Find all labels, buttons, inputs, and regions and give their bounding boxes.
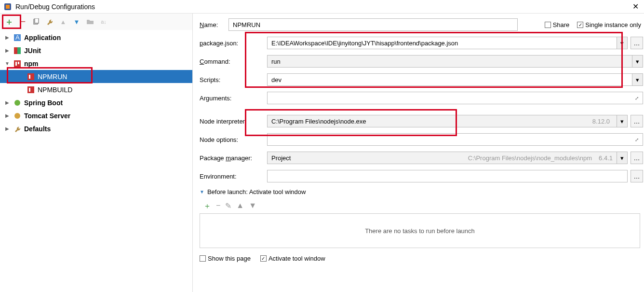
copy-icon[interactable]: [32, 17, 40, 26]
activate-tool-checkbox[interactable]: Activate tool window: [260, 255, 325, 262]
npm-icon: [27, 73, 35, 81]
down-icon[interactable]: ▼: [72, 17, 81, 26]
expand-icon[interactable]: ▶: [4, 100, 11, 105]
show-page-checkbox[interactable]: Show this page: [200, 255, 251, 262]
svg-point-16: [14, 113, 20, 119]
svg-rect-1: [6, 5, 10, 9]
svg-rect-9: [15, 62, 17, 66]
before-launch-list: There are no tasks to run before launch: [200, 213, 640, 248]
tomcat-icon: [13, 112, 21, 120]
before-launch-label: Before launch: Activate tool window: [207, 188, 306, 195]
dropdown-icon[interactable]: ▾: [632, 73, 643, 86]
before-launch-toolbar: ＋ − ✎ ▲ ▼: [200, 199, 643, 213]
arguments-input[interactable]: ⤢: [267, 92, 643, 104]
window-title: Run/Debug Configurations: [15, 3, 631, 11]
tree-application[interactable]: ▶ A Application: [0, 31, 192, 44]
pkg-manager-hint: C:\Program Files\nodejs\node_modules\npm: [468, 154, 595, 162]
node-interp-label: Node interpreter:: [200, 118, 267, 125]
command-label: Command:: [200, 58, 267, 65]
expand-field-icon[interactable]: ⤢: [635, 137, 639, 142]
svg-rect-3: [35, 18, 39, 23]
svg-rect-11: [27, 73, 34, 80]
pkg-manager-version: 6.4.1: [595, 154, 613, 162]
single-instance-checkbox[interactable]: Single instance only: [577, 21, 641, 28]
svg-point-15: [14, 100, 20, 106]
dropdown-icon[interactable]: ▾: [632, 55, 643, 68]
tree-tomcat[interactable]: ▶ Tomcat Server: [0, 109, 192, 122]
svg-rect-14: [29, 88, 30, 92]
name-input[interactable]: NPMRUN: [228, 18, 518, 31]
dropdown-icon[interactable]: ▾: [617, 152, 628, 164]
add-icon[interactable]: ＋: [5, 17, 13, 26]
dropdown-icon[interactable]: ▾: [617, 37, 628, 49]
remove-icon[interactable]: −: [18, 17, 27, 26]
expand-icon[interactable]: ▶: [4, 48, 11, 53]
bottom-checks: Show this page Activate tool window: [200, 255, 643, 262]
pkg-manager-row: Package manager: ProjectC:\Program Files…: [200, 152, 643, 164]
name-row: Name: NPMRUN SSharehare Single instance …: [200, 18, 643, 31]
tree-npmbuild[interactable]: NPMBUILD: [0, 83, 192, 96]
svg-rect-12: [29, 75, 30, 79]
node-interp-row: Node interpreter: C:\Program Files\nodej…: [200, 115, 643, 127]
edit-icon[interactable]: ✎: [225, 201, 231, 211]
wrench-icon[interactable]: [45, 17, 54, 26]
browse-button[interactable]: …: [631, 37, 643, 49]
scripts-input[interactable]: dev: [267, 73, 632, 86]
dropdown-icon[interactable]: ▾: [617, 115, 628, 127]
left-panel: ＋ − ▲ ▼ a↓ ▶ A Application ▶ JUnit ▼: [0, 14, 193, 292]
share-checkbox[interactable]: SSharehare: [545, 21, 570, 28]
sort-icon[interactable]: a↓: [99, 17, 108, 26]
before-empty-text: There are no tasks to run before launch: [365, 227, 475, 235]
add-icon[interactable]: ＋: [203, 201, 211, 211]
expand-field-icon[interactable]: ⤢: [635, 96, 639, 101]
command-select[interactable]: run: [267, 55, 632, 68]
wrench-icon: [13, 125, 21, 133]
tree-springboot[interactable]: ▶ Spring Boot: [0, 96, 192, 109]
env-input[interactable]: [267, 170, 628, 182]
svg-rect-7: [17, 47, 21, 54]
close-icon[interactable]: ✕: [631, 2, 640, 11]
tree-junit[interactable]: ▶ JUnit: [0, 44, 192, 57]
tree-npmrun[interactable]: NPMRUN: [0, 70, 192, 83]
node-options-input[interactable]: ⤢: [267, 133, 643, 146]
collapse-icon[interactable]: ▼: [4, 61, 11, 66]
before-launch-header[interactable]: ▼ Before launch: Activate tool window: [200, 188, 643, 195]
tree-npm[interactable]: ▼ npm: [0, 57, 192, 70]
junit-icon: [13, 47, 21, 55]
browse-button[interactable]: …: [631, 115, 643, 127]
node-version-hint: 8.12.0: [592, 118, 613, 125]
config-tree: ▶ A Application ▶ JUnit ▼ npm NPMRUN NPM…: [0, 30, 192, 292]
command-row: Command: run ▾: [200, 55, 643, 68]
pkg-manager-label: Package manager:: [200, 154, 267, 162]
up-icon[interactable]: ▲: [236, 201, 244, 211]
svg-rect-13: [27, 86, 34, 93]
svg-rect-6: [14, 47, 17, 54]
expand-icon[interactable]: ▶: [4, 113, 11, 118]
collapse-icon[interactable]: ▼: [200, 189, 204, 195]
spring-icon: [13, 99, 21, 107]
scripts-label: Scripts:: [200, 76, 267, 83]
name-label: Name:: [200, 21, 228, 28]
svg-text:A: A: [15, 34, 20, 41]
folder-icon[interactable]: [86, 17, 94, 26]
node-interp-input[interactable]: C:\Program Files\nodejs\node.exe8.12.0: [267, 115, 617, 127]
env-label: Environment:: [200, 173, 267, 180]
svg-rect-8: [14, 60, 21, 67]
tree-defaults[interactable]: ▶ Defaults: [0, 122, 192, 135]
down-icon[interactable]: ▼: [249, 201, 256, 211]
package-input[interactable]: E:\IDEAWorkspace\IDE\jinyitong\JYT\hisap…: [267, 37, 617, 49]
remove-icon[interactable]: −: [216, 201, 220, 211]
up-icon[interactable]: ▲: [59, 17, 67, 26]
package-label: package.json:: [200, 40, 267, 47]
expand-icon[interactable]: ▶: [4, 35, 11, 40]
browse-button[interactable]: …: [631, 170, 643, 182]
right-panel: Name: NPMRUN SSharehare Single instance …: [193, 14, 644, 292]
titlebar: Run/Debug Configurations ✕: [0, 0, 644, 14]
arguments-label: Arguments:: [200, 95, 267, 102]
svg-rect-10: [18, 62, 19, 64]
browse-button[interactable]: …: [631, 152, 643, 164]
npm-icon: [13, 60, 21, 68]
pkg-manager-input[interactable]: ProjectC:\Program Files\nodejs\node_modu…: [267, 152, 617, 164]
arguments-row: Arguments: ⤢: [200, 92, 643, 104]
expand-icon[interactable]: ▶: [4, 126, 11, 131]
